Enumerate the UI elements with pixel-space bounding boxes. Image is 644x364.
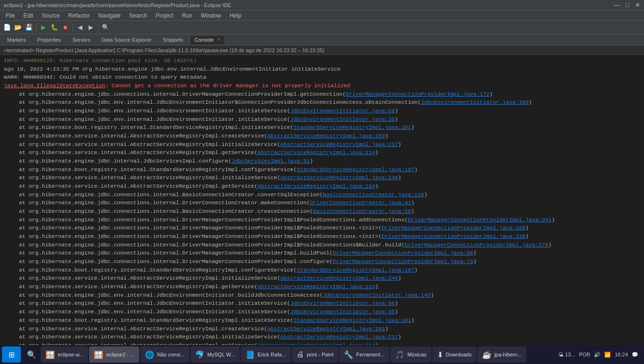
stack-link[interactable]: DriverManagerConnectionProviderImpl.java…	[333, 258, 474, 264]
stack-link[interactable]: AbstractServiceRegistryImpl.java:214	[258, 283, 375, 290]
stack-link[interactable]: BasicConnectionCreator.java:116	[323, 191, 424, 198]
console-line: at org.hibernate.engine.jdbc.connections…	[4, 241, 640, 249]
stack-link[interactable]: DriverManagerConnectionProviderImpl.java…	[333, 250, 474, 256]
taskbar-item-não-consi...[interactable]: 🌐Não consi...	[140, 346, 189, 363]
stack-link[interactable]: AbstractServiceRegistryImpl.java:263	[268, 326, 385, 332]
taskbar-item-downloads[interactable]: ⬇Downloads	[432, 346, 476, 363]
close-button[interactable]: ✕	[635, 1, 640, 9]
stack-link[interactable]: StandardServiceRegistryImpl.java:107	[297, 166, 414, 173]
console-line: at org.hibernate.service.internal.Abstra…	[4, 149, 640, 157]
stack-link[interactable]: AbstractServiceRegistryImpl.java:214	[258, 149, 375, 155]
taskbar-item-icon: 🔧	[344, 350, 353, 359]
toolbar: 📄 📂 💾 ▶ 🐛 ■ ◀ ▶ 🔍	[0, 21, 644, 34]
toolbar-debug[interactable]: 🐛	[49, 22, 60, 33]
toolbar-new[interactable]: 📄	[2, 22, 12, 33]
console-line: at org.hibernate.boot.registry.internal.…	[4, 266, 640, 274]
volume-icon: 🔊	[594, 352, 600, 358]
taskbar-item-icon: ☕	[482, 350, 492, 359]
tab-markers[interactable]: Markers	[2, 35, 31, 45]
stack-link[interactable]: AbstractServiceRegistryImpl.java:246	[280, 174, 398, 181]
taskbar-item-print---paint[interactable]: 🖨print - Paint	[292, 346, 338, 363]
stack-link[interactable]: DriverManagerConnectionProviderImpl.java…	[408, 217, 552, 223]
console-line: at org.hibernate.engine.jdbc.env.interna…	[4, 300, 640, 308]
tab-console[interactable]: Console×	[189, 35, 225, 45]
taskbar-item-label: eclipse-w...	[58, 352, 83, 357]
menu-item-help[interactable]: Help	[226, 11, 245, 20]
menu-item-navigate[interactable]: Navigate	[94, 11, 124, 20]
taskbar-item-label: MySQL W...	[207, 352, 235, 357]
taskbar-item-músicas[interactable]: 🎵Músicas	[390, 346, 431, 363]
console-output[interactable]: INFO: HHH000115: Hibernate connection po…	[0, 55, 644, 345]
taskbar-systray: 🌤 13... POR 🔊 📶 16:24 💬	[555, 352, 642, 358]
stack-link[interactable]: JdbcEnvironmentInitiator.java:66	[290, 300, 395, 306]
toolbar-stop[interactable]: ■	[60, 22, 71, 33]
taskbar-search[interactable]: 🔍	[24, 346, 40, 363]
stack-link[interactable]: AbstractServiceRegistryImpl.java:214	[258, 183, 375, 189]
menu-item-run[interactable]: Run	[178, 11, 196, 20]
menu-item-refactor[interactable]: Refactor	[64, 11, 93, 20]
console-line: at org.hibernate.service.internal.Abstra…	[4, 325, 640, 333]
stack-link[interactable]: JdbcEnvironmentInitiator.java:180	[421, 99, 529, 105]
console-line: java.lang.IllegalStateException: Cannot …	[4, 82, 640, 90]
stack-link[interactable]: JdbcEnvironmentInitiator.java:68	[290, 108, 395, 114]
console-line: WARN: HHH000342: Could not obtain connec…	[4, 73, 640, 82]
console-line: at org.hibernate.boot.registry.internal.…	[4, 166, 640, 174]
console-line: at org.hibernate.service.internal.Abstra…	[4, 132, 640, 140]
stack-link[interactable]: JdbcEnvironmentInitiator.java:145	[323, 292, 431, 298]
toolbar-fwd[interactable]: ▶	[86, 22, 96, 33]
taskbar-item-ferrament...[interactable]: 🔧Ferrament...	[339, 346, 389, 363]
toolbar-run[interactable]: ▶	[38, 22, 49, 33]
stack-link[interactable]: DriverConnectionCreator.java:41	[310, 200, 411, 206]
toolbar-back[interactable]: ◀	[75, 22, 85, 33]
menu-item-source[interactable]: Source	[38, 11, 63, 20]
taskbar-item-label: print - Paint	[307, 352, 333, 357]
menu-item-file[interactable]: File	[2, 11, 18, 20]
maximize-button[interactable]: □	[626, 1, 629, 9]
stack-link[interactable]: AbstractServiceRegistryImpl.java:237	[280, 334, 398, 340]
console-line: at org.hibernate.boot.registry.internal.…	[4, 317, 640, 325]
console-line: at org.hibernate.engine.jdbc.env.interna…	[4, 308, 640, 316]
stack-link[interactable]: AbstractServiceRegistryImpl.java:237	[280, 141, 398, 147]
language-indicator: POR	[579, 352, 590, 357]
minimize-button[interactable]: —	[614, 1, 620, 9]
exception-link[interactable]: java.lang.IllegalStateException	[4, 82, 105, 89]
stack-link[interactable]: StandardServiceRegistryImpl.java:107	[297, 267, 414, 273]
console-line: at org.hibernate.service.internal.Abstra…	[4, 182, 640, 191]
stack-link[interactable]: DriverManagerConnectionProviderImpl.java…	[382, 225, 526, 231]
taskbar-item-eclipse2---...[interactable]: 🪟eclipse2 - ...	[89, 346, 139, 363]
stack-link[interactable]: JdbcServicesImpl.java:51	[232, 158, 310, 164]
tab-servers[interactable]: Servers	[67, 35, 96, 45]
tab-properties[interactable]: Properties	[32, 35, 66, 45]
console-line: at org.hibernate.service.internal.Abstra…	[4, 274, 640, 282]
taskbar-item-jpa-hibern...[interactable]: ☕jpa-hibern...	[477, 346, 527, 363]
stack-link[interactable]: AbstractServiceRegistryImpl.java:263	[268, 133, 385, 139]
taskbar-item-eclipse-w...[interactable]: 🪟eclipse-w...	[41, 346, 88, 363]
console-line: at org.hibernate.engine.jdbc.env.interna…	[4, 107, 640, 115]
stack-link[interactable]: AbstractServiceRegistryImpl.java:246	[280, 275, 398, 281]
taskbar-item-mysql-w...[interactable]: 🐬MySQL W...	[190, 346, 240, 363]
toolbar-save[interactable]: 💾	[24, 22, 34, 33]
stack-link[interactable]: BasicConnectionCreator.java:58	[313, 208, 411, 214]
stack-link[interactable]: StandardServiceRegistryImpl.java:101	[294, 317, 411, 323]
tab-close-icon[interactable]: ×	[217, 37, 220, 42]
stack-link[interactable]: DriverManagerConnectionProviderImpl.java…	[404, 242, 548, 248]
start-button[interactable]: ⊞	[2, 346, 21, 363]
menu-item-window[interactable]: Window	[197, 11, 225, 20]
console-line: at org.hibernate.engine.jdbc.connections…	[4, 199, 640, 207]
menu-item-project[interactable]: Project	[152, 11, 177, 20]
notification-icon[interactable]: 💬	[632, 352, 638, 358]
console-line: ago 18, 2022 4:23:35 PM org.hibernate.en…	[4, 65, 640, 73]
tab-data-source-explorer[interactable]: Data Source Explorer	[97, 35, 157, 45]
stack-link[interactable]: JdbcEnvironmentInitiator.java:35	[290, 116, 395, 122]
menu-item-search[interactable]: Search	[125, 11, 151, 20]
menu-item-edit[interactable]: Edit	[19, 11, 37, 20]
tab-snippets[interactable]: Snippets	[158, 35, 188, 45]
stack-link[interactable]: StandardServiceRegistryImpl.java:101	[294, 124, 411, 130]
toolbar-search[interactable]: 🔍	[100, 22, 111, 33]
taskbar-item-erick-rafa...[interactable]: 📘Erick Rafa...	[241, 346, 291, 363]
toolbar-sep-3	[98, 23, 98, 32]
stack-link[interactable]: DriverManagerConnectionProviderImpl.java…	[382, 233, 526, 239]
stack-link[interactable]: DriverManagerConnectionProviderImpl.java…	[346, 91, 490, 97]
toolbar-open[interactable]: 📂	[13, 22, 23, 33]
stack-link[interactable]: JdbcEnvironmentInitiator.java:35	[290, 309, 395, 315]
